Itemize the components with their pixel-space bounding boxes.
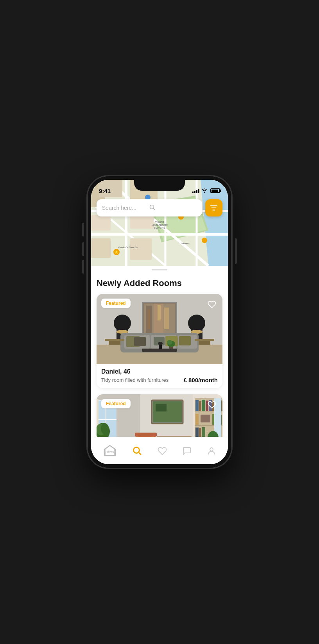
svg-rect-85 [199,401,201,411]
status-time: 9:41 [99,188,111,194]
svg-point-43 [114,315,131,332]
phone-screen: 9:41 [91,180,228,464]
svg-rect-56 [179,336,191,345]
svg-rect-41 [148,309,150,329]
heart-button-1[interactable] [205,298,219,311]
svg-rect-97 [199,428,201,437]
heart-button-2[interactable] [205,398,219,411]
card-price-1: £ 800/month [183,377,218,383]
filter-icon [210,204,218,212]
svg-rect-104 [156,404,167,411]
svg-rect-106 [135,433,157,436]
svg-rect-110 [157,436,192,437]
svg-point-59 [158,342,163,345]
filter-button[interactable] [205,199,222,216]
nav-item-home[interactable]: Rentx [98,441,122,461]
svg-rect-40 [158,305,161,320]
search-bar: Search here... [97,199,222,216]
messages-nav-icon [182,446,192,456]
search-placeholder: Search here... [102,205,149,211]
card-image-2: Featured [97,394,222,437]
svg-point-62 [167,340,172,345]
svg-rect-8 [91,215,111,231]
svg-rect-92 [195,414,199,425]
svg-rect-53 [134,337,146,346]
svg-rect-65 [195,339,214,341]
svg-rect-63 [105,339,124,341]
room-card-1[interactable]: Featured Daniel, 46 Tidy room filled wit… [97,294,222,388]
featured-badge-1: Featured [101,299,131,308]
nav-item-messages[interactable] [177,443,196,459]
svg-rect-93 [201,415,210,422]
main-content: Newly Added Rooms [91,278,228,437]
scroll-pill [152,269,167,270]
svg-rect-39 [164,308,169,329]
svg-line-28 [154,208,155,210]
svg-line-124 [138,452,141,454]
svg-point-78 [101,423,109,434]
favorites-nav-icon [158,446,167,456]
svg-rect-86 [202,400,205,411]
svg-rect-10 [130,215,154,229]
bottom-nav: Rentx [91,437,228,464]
phone-frame: 9:41 [87,176,232,468]
signal-icon [192,188,199,193]
card-desc-1: Tidy room filled with furnitures [101,377,168,383]
section-title: Newly Added Rooms [97,278,222,288]
room-card-2[interactable]: Featured [97,394,222,437]
svg-text:⭐: ⭐ [115,250,118,254]
svg-rect-13 [130,238,152,260]
svg-rect-66 [199,341,210,345]
content-scroll[interactable]: ⭐ Victoria Embankment Gardens Gordon's W… [91,180,228,437]
svg-rect-96 [195,428,199,437]
search-input-wrap[interactable]: Search here... [97,199,202,216]
card-bottom-1: Tidy room filled with furnitures £ 800/m… [101,377,218,383]
svg-text:Rentx: Rentx [105,450,114,454]
svg-text:Victoria: Victoria [155,220,164,223]
scroll-indicator [91,266,228,274]
card-name-1: Daniel, 46 [101,368,218,375]
svg-rect-98 [202,427,205,437]
svg-text:Bateaux: Bateaux [181,242,190,245]
battery-icon [210,188,220,193]
svg-text:Embankment: Embankment [151,224,167,226]
card-image-1: Featured [97,294,222,364]
svg-point-46 [188,315,205,332]
svg-point-125 [210,448,213,451]
wifi-icon [201,188,208,194]
nav-item-profile[interactable] [202,443,221,459]
profile-nav-icon [207,446,216,456]
featured-badge-2: Featured [101,399,131,408]
svg-text:Gordon's Wine Bar: Gordon's Wine Bar [118,246,138,249]
svg-rect-84 [195,400,199,411]
search-nav-icon [132,446,142,456]
nav-item-search[interactable] [127,443,147,459]
nav-item-favorites[interactable] [153,443,172,459]
svg-rect-64 [109,341,120,345]
svg-rect-9 [91,238,111,258]
home-logo-icon: Rentx [103,444,117,458]
status-icons [192,188,220,194]
search-icon [149,204,197,212]
notch [134,180,185,191]
svg-text:Gardens: Gardens [154,227,165,229]
card-info-1: Daniel, 46 Tidy room filled with furnitu… [97,364,222,388]
svg-point-19 [202,238,207,243]
